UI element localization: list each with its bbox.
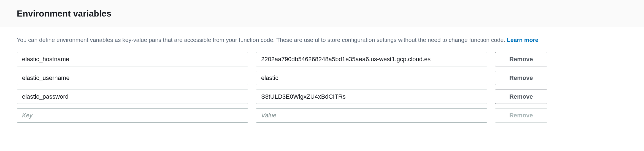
env-key-input[interactable] [17,52,248,66]
remove-button[interactable]: Remove [495,90,547,104]
env-var-row: Remove [17,90,627,104]
description-text: You can define environment variables as … [17,36,627,44]
env-key-input[interactable] [17,90,248,104]
env-var-row: Remove [17,71,627,85]
remove-button[interactable]: Remove [495,52,547,66]
env-key-input[interactable] [17,71,248,85]
env-vars-panel: Environment variables You can define env… [0,0,644,134]
page-title: Environment variables [17,9,627,19]
env-var-rows: Remove Remove Remove Remove [17,52,627,123]
remove-button[interactable]: Remove [495,71,547,85]
description-body: You can define environment variables as … [17,37,505,43]
remove-button-disabled: Remove [495,108,547,123]
panel-header: Environment variables [0,0,644,27]
env-key-input-empty[interactable] [17,108,248,123]
env-var-row: Remove [17,52,627,66]
env-value-input[interactable] [256,52,487,66]
env-value-input-empty[interactable] [256,108,487,123]
env-value-input[interactable] [256,90,487,104]
learn-more-link[interactable]: Learn more [507,37,538,43]
panel-body: You can define environment variables as … [0,27,644,134]
env-var-row-empty: Remove [17,108,627,123]
env-value-input[interactable] [256,71,487,85]
